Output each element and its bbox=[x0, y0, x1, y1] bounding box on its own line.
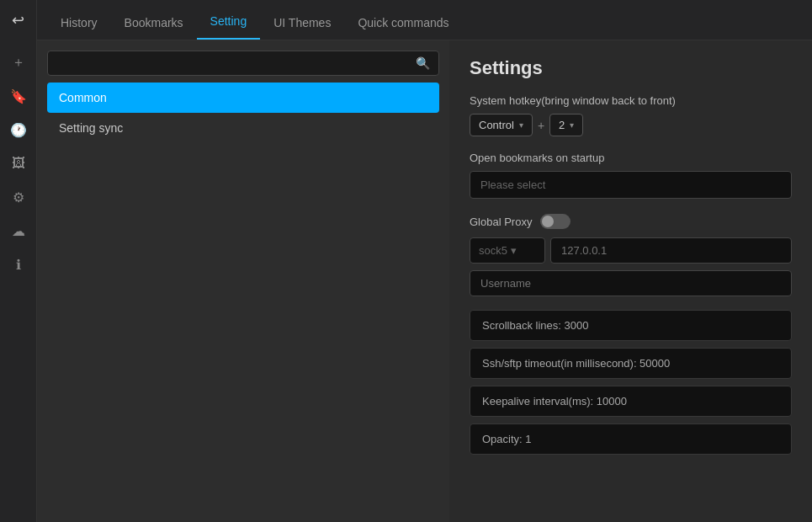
settings-title: Settings bbox=[470, 57, 792, 79]
chevron-down-icon-3: ▾ bbox=[511, 244, 517, 257]
image-icon[interactable]: 🖼 bbox=[3, 148, 34, 178]
list-item-setting-sync[interactable]: Setting sync bbox=[47, 113, 439, 143]
cloud-icon[interactable]: ☁ bbox=[3, 216, 34, 246]
system-hotkey-label: System hotkey(bring window back to front… bbox=[470, 94, 792, 107]
search-input[interactable] bbox=[56, 56, 416, 70]
right-panel: Settings System hotkey(bring window back… bbox=[449, 40, 812, 522]
hotkey-modifier-select[interactable]: Control ▾ bbox=[470, 114, 533, 136]
chevron-down-icon-2: ▾ bbox=[570, 120, 574, 130]
content-area: 🔍 Common Setting sync Settings System ho… bbox=[37, 40, 812, 522]
sidebar: ↩ ＋ 🔖 🕐 🖼 ⚙ ☁ ℹ bbox=[0, 0, 37, 522]
proxy-type-select[interactable]: sock5 ▾ bbox=[470, 237, 545, 264]
info-icon[interactable]: ℹ bbox=[3, 249, 34, 280]
global-proxy-label: Global Proxy bbox=[470, 216, 532, 228]
scrollback-row[interactable]: Scrollback lines: 3000 bbox=[470, 310, 792, 341]
global-proxy-row: Global Proxy bbox=[470, 214, 792, 229]
open-bookmarks-label: Open bookmarks on startup bbox=[470, 152, 792, 164]
list-item-common[interactable]: Common bbox=[47, 83, 439, 113]
proxy-host-input[interactable] bbox=[550, 237, 792, 264]
proxy-username-input[interactable] bbox=[470, 270, 792, 296]
hotkey-modifier-value: Control bbox=[479, 119, 514, 131]
hotkey-key-value: 2 bbox=[559, 119, 565, 131]
bookmark-icon[interactable]: 🔖 bbox=[3, 81, 34, 111]
gear-icon[interactable]: ⚙ bbox=[3, 182, 34, 212]
global-proxy-toggle[interactable] bbox=[540, 214, 571, 229]
timeout-row[interactable]: Ssh/sftp timeout(in millisecond): 50000 bbox=[470, 348, 792, 379]
main-area: History Bookmarks Setting UI Themes Quic… bbox=[37, 0, 812, 522]
tab-quick-commands[interactable]: Quick commands bbox=[344, 6, 462, 40]
tab-bookmarks[interactable]: Bookmarks bbox=[111, 6, 197, 40]
tabbar: History Bookmarks Setting UI Themes Quic… bbox=[37, 0, 812, 40]
chevron-down-icon: ▾ bbox=[519, 120, 523, 130]
hotkey-key-select[interactable]: 2 ▾ bbox=[549, 114, 583, 136]
search-icon[interactable]: 🔍 bbox=[416, 56, 430, 70]
proxy-type-value: sock5 bbox=[479, 244, 507, 257]
app-logo: ↩ bbox=[5, 7, 32, 34]
left-panel: 🔍 Common Setting sync bbox=[37, 40, 449, 522]
tab-setting[interactable]: Setting bbox=[197, 4, 261, 40]
proxy-type-row: sock5 ▾ bbox=[470, 237, 792, 264]
keepalive-row[interactable]: Keepalive interval(ms): 10000 bbox=[470, 386, 792, 417]
hotkey-row: Control ▾ + 2 ▾ bbox=[470, 114, 792, 136]
tab-ui-themes[interactable]: UI Themes bbox=[260, 6, 344, 40]
tab-history[interactable]: History bbox=[47, 6, 111, 40]
open-bookmarks-select[interactable]: Please select bbox=[470, 171, 792, 199]
add-icon[interactable]: ＋ bbox=[3, 47, 34, 77]
plus-separator: + bbox=[538, 119, 544, 132]
search-bar: 🔍 bbox=[47, 51, 439, 76]
opacity-row[interactable]: Opacity: 1 bbox=[470, 423, 792, 455]
history-icon[interactable]: 🕐 bbox=[3, 115, 34, 145]
